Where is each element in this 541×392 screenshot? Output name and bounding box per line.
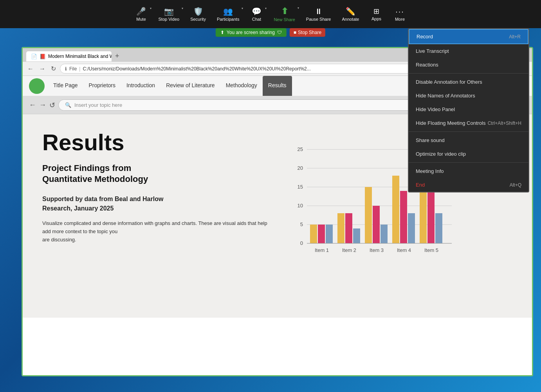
menu-item-disable-annotation[interactable]: Disable Annotation for Others (409, 75, 528, 89)
menu-item-hide-names[interactable]: Hide Names of Annotators (409, 89, 528, 102)
tab-introduction[interactable]: Introduction (121, 76, 160, 96)
menu-item-live-transcript[interactable]: Live Transcript (409, 44, 528, 58)
pause-share-button[interactable]: ⏸ Pause Share (301, 5, 337, 24)
security-button[interactable]: 🛡️ Security (185, 4, 211, 24)
bar-item5-series3 (435, 213, 442, 243)
chat-button[interactable]: ▾ 💬 Chat (245, 4, 268, 24)
share-arrow-icon: ⬆ (220, 30, 224, 35)
new-share-icon: ⬆ (281, 6, 288, 16)
more-button[interactable]: ··· More (388, 5, 411, 24)
pres-logo (29, 78, 45, 94)
pause-share-label: Pause Share (306, 17, 331, 22)
mute-label: Mute (136, 17, 146, 22)
shield-check-icon: 🛡 (277, 30, 282, 35)
stop-video-caret: ▾ (182, 7, 183, 10)
tab-methodology[interactable]: Methodology (220, 76, 263, 96)
reactions-label: Reactions (416, 62, 438, 68)
menu-item-optimize-video[interactable]: Optimize for video clip (409, 147, 528, 161)
results-body: Visualize complicated and dense informat… (42, 219, 268, 244)
more-label: More (395, 17, 405, 22)
svg-text:20: 20 (298, 165, 303, 171)
tab-title: Modern Minimalist Black and W (48, 54, 112, 59)
svg-text:Item 3: Item 3 (370, 247, 384, 253)
menu-divider-2 (409, 131, 528, 132)
apps-icon: ⊞ (373, 7, 379, 16)
stop-video-label: Stop Video (159, 17, 180, 22)
more-icon: ··· (395, 7, 404, 16)
menu-item-share-sound[interactable]: Share sound (409, 133, 528, 147)
annotate-button[interactable]: ✏️ Annotate (336, 4, 364, 24)
tab-results[interactable]: Results (263, 76, 292, 96)
stop-share-button[interactable]: ■ Stop Share (290, 28, 325, 37)
menu-item-end[interactable]: End Alt+Q (409, 178, 528, 192)
sharing-indicator: ⬆ You are screen sharing 🛡 (216, 28, 287, 37)
record-label: Record (417, 34, 433, 40)
menu-item-record[interactable]: Record Alt+R (409, 29, 528, 44)
stop-share-label: Stop Share (298, 30, 321, 35)
tab-pdf-icon: 📕 (40, 54, 46, 59)
new-share-label: New Share (274, 17, 295, 22)
lock-icon: ℹ (65, 66, 67, 72)
share-sound-label: Share sound (416, 137, 445, 143)
tab-review-of-literature[interactable]: Review of Literature (160, 76, 220, 96)
end-label: End (416, 182, 425, 188)
file-label: File (69, 66, 77, 72)
mute-icon: 🎤 (136, 7, 146, 16)
hide-floating-shortcut: Ctrl+Alt+Shift+H (488, 120, 521, 126)
menu-item-hide-video-panel[interactable]: Hide Video Panel (409, 102, 528, 116)
search-refresh-btn[interactable]: ↺ (49, 101, 55, 110)
results-support: Supported by data from Beal and HarlowRe… (42, 194, 268, 213)
bar-item4-series2 (400, 191, 407, 243)
menu-item-hide-floating[interactable]: Hide Floating Meeting Controls Ctrl+Alt+… (409, 116, 528, 130)
pause-share-icon: ⏸ (315, 7, 323, 16)
bar-item2-series2 (345, 213, 352, 243)
menu-divider-3 (409, 162, 528, 163)
new-share-button[interactable]: ▾ ⬆ New Share (268, 4, 300, 24)
search-placeholder-text: Insert your topic here (74, 102, 122, 108)
bar-item3-series2 (373, 206, 380, 243)
search-mag-icon: 🔍 (65, 102, 71, 108)
bar-item1-series3 (326, 225, 333, 243)
reload-button[interactable]: ↻ (49, 64, 58, 73)
menu-divider-1 (409, 73, 528, 74)
back-button[interactable]: ← (26, 65, 35, 73)
annotate-label: Annotate (342, 17, 359, 22)
search-forward-btn[interactable]: → (39, 101, 46, 109)
svg-text:Item 1: Item 1 (315, 247, 329, 253)
mute-button[interactable]: ▾ 🎤 Mute (130, 4, 153, 24)
bar-item4-series1 (392, 176, 399, 243)
tab-page-icon: 📄 (31, 54, 37, 59)
bar-item1-series1 (310, 225, 317, 243)
apps-label: Apps (371, 16, 381, 21)
live-transcript-label: Live Transcript (416, 48, 449, 54)
meeting-info-label: Meeting Info (416, 168, 444, 174)
bar-item4-series3 (408, 213, 415, 243)
bar-item3-series3 (381, 225, 388, 243)
svg-text:Item 2: Item 2 (342, 247, 356, 253)
zoom-toolbar: ▾ 🎤 Mute ▾ 📷 Stop Video 🛡️ Security ▾ 👥 … (0, 0, 541, 28)
results-title: Results (42, 130, 268, 155)
annotate-icon: ✏️ (346, 7, 355, 16)
bar-item1-series2 (318, 225, 325, 243)
hide-floating-label: Hide Floating Meeting Controls (416, 120, 485, 126)
svg-text:15: 15 (298, 184, 303, 190)
new-share-caret: ▾ (298, 6, 299, 10)
menu-item-reactions[interactable]: Reactions (409, 58, 528, 72)
stop-video-button[interactable]: ▾ 📷 Stop Video (153, 4, 185, 24)
bar-item2-series1 (337, 213, 344, 243)
search-back-btn[interactable]: ← (29, 101, 36, 109)
forward-button[interactable]: → (38, 65, 47, 73)
tab-title-page[interactable]: Title Page (48, 76, 83, 96)
chat-icon: 💬 (252, 7, 261, 16)
menu-item-meeting-info[interactable]: Meeting Info (409, 164, 528, 178)
security-label: Security (190, 17, 206, 22)
apps-button[interactable]: ⊞ Apps (364, 5, 388, 23)
tab-proprietors[interactable]: Proprietors (83, 76, 121, 96)
browser-tab-active[interactable]: 📄 📕 Modern Minimalist Black and W ✕ (26, 51, 112, 61)
disable-annotation-label: Disable Annotation for Others (416, 79, 482, 85)
address-separator: | (79, 66, 80, 72)
new-tab-button[interactable]: + (114, 50, 121, 62)
participants-button[interactable]: ▾ 👥 Participants (211, 4, 245, 24)
bar-item2-series3 (353, 228, 360, 243)
hide-names-label: Hide Names of Annotators (416, 93, 475, 99)
